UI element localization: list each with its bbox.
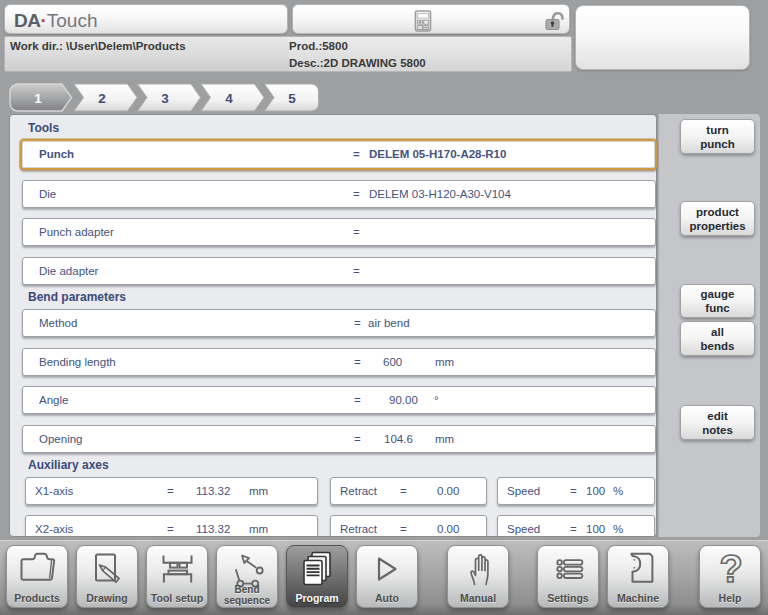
svg-text:4: 4 xyxy=(225,91,233,106)
svg-text:3: 3 xyxy=(161,91,169,106)
svg-text:5: 5 xyxy=(288,91,296,106)
svg-text:?: ? xyxy=(719,548,742,590)
svg-text:2: 2 xyxy=(98,91,106,106)
svg-text:1: 1 xyxy=(34,91,42,106)
